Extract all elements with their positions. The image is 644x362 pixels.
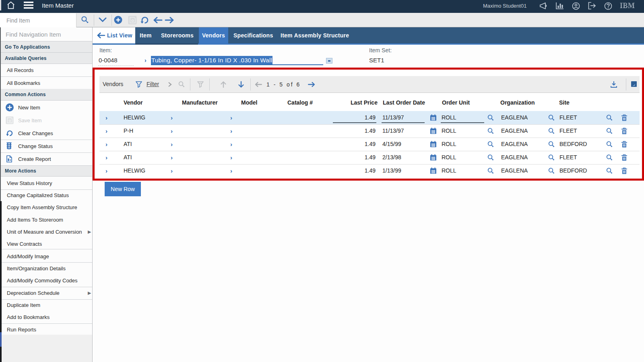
svg-text:IBM: IBM	[620, 2, 635, 9]
